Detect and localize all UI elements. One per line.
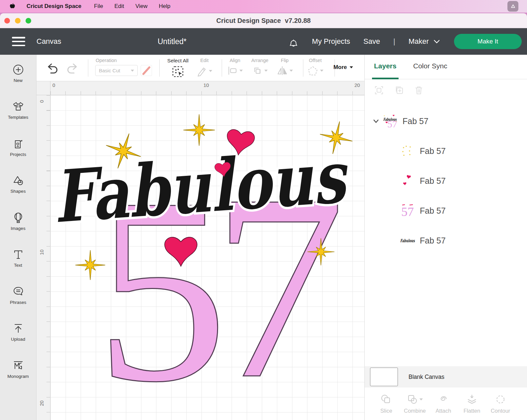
hruler-20: 20 [354,82,360,88]
layer-row-fabulous[interactable]: Fabulous Fab 57 [365,231,527,250]
make-it-button[interactable]: Make It [454,34,522,49]
sidebar-item-projects[interactable]: Projects [0,129,36,166]
window-title: Cricut Design Space v7.20.88 [216,17,311,25]
flip-label: Flip [281,58,288,63]
align-icon [227,65,238,76]
hamburger-menu-icon[interactable] [12,37,25,46]
left-sidebar: New Templates Projects Shapes Images Tex… [0,55,37,420]
edit-label[interactable]: Edit [200,58,209,63]
edit-button[interactable] [197,65,212,77]
tab-layers[interactable]: Layers [374,62,397,70]
app-window: Cricut Design Space File Edit View Help … [0,0,527,420]
contour-icon [495,394,506,405]
sidebar-label: New [14,78,23,83]
save-link[interactable]: Save [363,37,380,46]
app-header: Canvas Untitled* My Projects Save | Make… [0,28,527,55]
sidebar-item-new[interactable]: New [0,55,36,92]
attach-button[interactable]: Attach [429,387,458,420]
design-canvas[interactable]: 5 7 Fabulous [50,95,364,420]
thumb-number-57: 57 [401,205,414,218]
contour-button[interactable]: Contour [486,387,515,420]
sidebar-item-templates[interactable]: Templates [0,92,36,129]
layer-group-thumbnail: 57 Fabulous [383,113,398,129]
machine-selector[interactable]: Maker [409,37,440,46]
group-expand-chevron-icon[interactable] [372,117,380,125]
color-swatch[interactable] [141,65,152,76]
operation-label: Operation [96,58,117,63]
layer-row-57[interactable]: 57 Fab 57 [365,201,527,220]
operation-select[interactable]: Basic Cut [95,65,138,76]
trash-icon[interactable] [414,85,424,95]
machine-name: Maker [409,37,429,46]
operation-value: Basic Cut [99,68,120,73]
macos-menubar: Cricut Design Space File Edit View Help [0,0,527,13]
layer-row-hearts[interactable]: Fab 57 [365,172,527,190]
select-all-button[interactable] [172,65,184,78]
sidebar-label: Text [14,263,22,268]
window-title-app: Cricut Design Space [216,17,281,25]
sidebar-item-phrases[interactable]: Phrases [0,277,36,314]
toolbar-separator [303,59,303,77]
offset-label: Offset [309,58,322,63]
new-plus-icon [12,64,24,76]
layer-label: Fab 57 [420,146,446,156]
menu-file[interactable]: File [94,3,103,10]
action-label: Contour [491,408,510,414]
menu-edit[interactable]: Edit [114,3,124,10]
zoom-window-button[interactable] [26,18,31,24]
select-all-label[interactable]: Select All [167,58,188,64]
sidebar-label: Phrases [10,300,27,305]
status-item-icon[interactable] [507,1,518,12]
arrange-button[interactable] [252,65,268,76]
sidebar-item-upload[interactable]: Upload [0,314,36,351]
combine-button[interactable]: Combine [401,387,429,420]
action-label: Combine [404,408,426,414]
window-title-version: v7.20.88 [285,17,311,25]
project-notebook-icon [12,138,24,150]
my-projects-link[interactable]: My Projects [312,37,350,46]
blank-canvas-row[interactable]: Blank Canvas [365,366,527,387]
layer-tools [374,85,424,95]
sidebar-item-images[interactable]: Images [0,203,36,240]
menu-help[interactable]: Help [159,3,171,10]
document-title[interactable]: Untitled* [158,37,187,46]
menu-view[interactable]: View [135,3,148,10]
nav-canvas[interactable]: Canvas [37,37,61,46]
sidebar-label: Projects [10,152,26,157]
notifications-bell-icon[interactable] [288,36,299,47]
layer-row-stars[interactable]: Fab 57 [365,142,527,160]
align-button[interactable] [227,65,243,76]
slice-button[interactable]: Slice [372,387,401,420]
chevron-down-icon [433,39,440,44]
duplicate-icon[interactable] [394,85,404,95]
vruler-20: 20 [39,400,44,407]
select-caret-icon [131,70,134,72]
more-button[interactable]: More [334,64,353,71]
sidebar-item-shapes[interactable]: Shapes [0,166,36,203]
speech-bubble-icon [12,286,24,298]
fabulous-57-design[interactable]: 5 7 Fabulous [50,95,364,420]
caret-down-icon [419,398,423,400]
undo-icon[interactable] [45,62,59,75]
offset-button[interactable] [307,65,324,76]
sidebar-item-text[interactable]: Text [0,240,36,277]
layer-thumbnail-hearts [400,173,415,188]
redo-icon[interactable] [66,62,80,75]
text-icon [12,248,24,260]
close-window-button[interactable] [4,18,10,24]
layer-group-label: Fab 57 [403,116,428,126]
layer-thumbnail-stars [400,143,415,159]
traffic-lights [4,18,31,24]
sidebar-item-monogram[interactable]: Monogram [0,351,36,388]
menubar-app-name[interactable]: Cricut Design Space [27,3,81,10]
offset-icon [307,65,319,76]
tab-color-sync[interactable]: Color Sync [413,62,447,70]
flatten-button[interactable]: Flatten [458,387,486,420]
minimize-window-button[interactable] [15,18,21,24]
group-select-icon[interactable] [374,85,384,95]
layer-group-row[interactable]: 57 Fabulous Fab 57 [365,112,527,130]
flip-button[interactable] [277,65,293,76]
apple-icon[interactable] [9,3,15,10]
ruler-corner [37,81,50,95]
thumb-word: Fabulous [383,117,397,122]
